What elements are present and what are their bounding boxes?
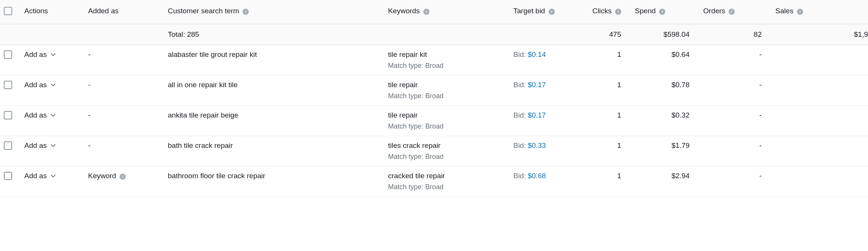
orders-value: -	[759, 172, 762, 180]
row-checkbox[interactable]	[4, 50, 12, 59]
select-all-checkbox[interactable]	[4, 7, 12, 15]
added-as-value: Keyword	[88, 172, 116, 180]
info-icon[interactable]: i	[120, 174, 126, 180]
added-as-value: -	[88, 111, 90, 119]
totals-sales: $1,9	[854, 30, 868, 38]
match-type: Match type: Broad	[388, 183, 503, 191]
header-actions[interactable]: Actions	[24, 7, 48, 15]
clicks-value: 1	[617, 141, 621, 149]
chevron-down-icon	[51, 82, 56, 88]
totals-row: Total: 285 475 $598.04 82 $1,9	[0, 24, 868, 45]
search-term: alabaster tile grout repair kit	[168, 50, 257, 58]
totals-label: Total: 285	[168, 30, 199, 38]
keyword-text: tiles crack repair	[388, 141, 440, 149]
bid-label: Bid:	[513, 111, 528, 119]
search-term: bath tile crack repair	[168, 141, 233, 149]
add-as-label: Add as	[24, 141, 47, 150]
spend-value: $0.64	[671, 50, 690, 58]
table-row: Add as-alabaster tile grout repair kitti…	[0, 45, 868, 75]
search-term: all in one repair kit tile	[168, 81, 238, 89]
add-as-button[interactable]: Add as	[24, 141, 56, 150]
match-type: Match type: Broad	[388, 153, 503, 161]
search-term: ankita tile repair beige	[168, 111, 238, 119]
keyword-text: tile repair	[388, 81, 418, 89]
header-customer-search-term[interactable]: Customer search term	[168, 7, 239, 15]
added-as-value: -	[88, 50, 90, 58]
bid-label: Bid:	[513, 172, 528, 180]
info-icon[interactable]: i	[729, 9, 735, 15]
bid-value-link[interactable]: $0.17	[528, 111, 546, 119]
add-as-button[interactable]: Add as	[24, 111, 56, 119]
bid-label: Bid:	[513, 50, 528, 58]
search-terms-table: Actions Added as Customer search term i …	[0, 0, 868, 197]
clicks-value: 1	[617, 111, 621, 119]
info-icon[interactable]: i	[549, 9, 555, 15]
chevron-down-icon	[51, 173, 56, 179]
totals-orders: 82	[754, 30, 762, 38]
header-orders[interactable]: Orders	[703, 7, 725, 15]
header-row: Actions Added as Customer search term i …	[0, 0, 868, 24]
keyword-text: tile repair	[388, 111, 418, 119]
info-icon[interactable]: i	[797, 9, 803, 15]
row-checkbox[interactable]	[4, 141, 12, 150]
orders-value: -	[759, 141, 762, 149]
info-icon[interactable]: i	[423, 9, 429, 15]
spend-value: $2.94	[671, 172, 690, 180]
chevron-down-icon	[51, 113, 56, 118]
clicks-value: 1	[617, 81, 621, 89]
table-row: Add as-ankita tile repair beigetile repa…	[0, 106, 868, 136]
keyword-text: tile repair kit	[388, 50, 427, 58]
info-icon[interactable]: i	[659, 9, 665, 15]
add-as-button[interactable]: Add as	[24, 50, 56, 59]
clicks-value: 1	[617, 172, 621, 180]
bid-label: Bid:	[513, 141, 528, 149]
totals-spend: $598.04	[663, 30, 690, 38]
spend-value: $1.79	[671, 141, 690, 149]
header-keywords[interactable]: Keywords	[388, 7, 420, 15]
header-clicks[interactable]: Clicks	[592, 7, 612, 15]
bid-value-link[interactable]: $0.68	[528, 172, 546, 180]
orders-value: -	[759, 111, 762, 119]
info-icon[interactable]: i	[615, 9, 621, 15]
table-row: Add as-all in one repair kit tiletile re…	[0, 75, 868, 106]
keyword-text: cracked tile repair	[388, 172, 445, 180]
bid-value-link[interactable]: $0.17	[528, 81, 546, 89]
match-type: Match type: Broad	[388, 122, 503, 130]
bid-value-link[interactable]: $0.14	[528, 50, 546, 58]
add-as-label: Add as	[24, 172, 47, 180]
bid-value-link[interactable]: $0.33	[528, 141, 546, 149]
spend-value: $0.78	[671, 81, 690, 89]
added-as-value: -	[88, 141, 90, 149]
spend-value: $0.32	[671, 111, 690, 119]
add-as-button[interactable]: Add as	[24, 172, 56, 180]
added-as-value: -	[88, 81, 90, 89]
orders-value: -	[759, 50, 762, 58]
chevron-down-icon	[51, 52, 56, 57]
header-added-as[interactable]: Added as	[88, 7, 118, 15]
add-as-button[interactable]: Add as	[24, 81, 56, 89]
table-row: Add asKeyword ibathroom floor tile crack…	[0, 166, 868, 197]
totals-clicks: 475	[609, 30, 621, 38]
table-row: Add as-bath tile crack repairtiles crack…	[0, 136, 868, 166]
row-checkbox[interactable]	[4, 81, 12, 89]
add-as-label: Add as	[24, 111, 47, 119]
header-target-bid[interactable]: Target bid	[513, 7, 545, 15]
search-term: bathroom floor tile crack repair	[168, 172, 265, 180]
chevron-down-icon	[51, 143, 56, 148]
info-icon[interactable]: i	[243, 9, 249, 15]
header-spend[interactable]: Spend	[635, 7, 656, 15]
row-checkbox[interactable]	[4, 172, 12, 180]
row-checkbox[interactable]	[4, 111, 12, 119]
add-as-label: Add as	[24, 50, 47, 59]
bid-label: Bid:	[513, 81, 528, 89]
match-type: Match type: Broad	[388, 92, 503, 100]
clicks-value: 1	[617, 50, 621, 58]
orders-value: -	[759, 81, 762, 89]
add-as-label: Add as	[24, 81, 47, 89]
match-type: Match type: Broad	[388, 62, 503, 70]
header-sales[interactable]: Sales	[775, 7, 794, 15]
